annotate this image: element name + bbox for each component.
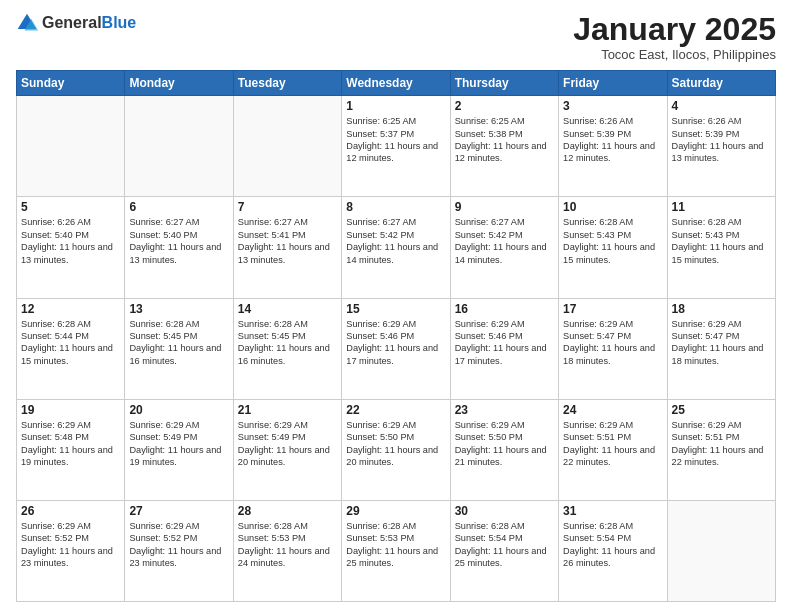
header: GeneralBlue January 2025 Tococ East, Ilo… — [16, 12, 776, 62]
calendar-cell: 9Sunrise: 6:27 AM Sunset: 5:42 PM Daylig… — [450, 197, 558, 298]
cell-content: Sunrise: 6:28 AM Sunset: 5:53 PM Dayligh… — [238, 520, 337, 570]
day-number: 30 — [455, 504, 554, 518]
logo: GeneralBlue — [16, 12, 136, 34]
calendar-cell: 25Sunrise: 6:29 AM Sunset: 5:51 PM Dayli… — [667, 399, 775, 500]
logo-icon — [16, 12, 38, 34]
calendar-cell: 10Sunrise: 6:28 AM Sunset: 5:43 PM Dayli… — [559, 197, 667, 298]
calendar-cell: 23Sunrise: 6:29 AM Sunset: 5:50 PM Dayli… — [450, 399, 558, 500]
calendar-cell: 30Sunrise: 6:28 AM Sunset: 5:54 PM Dayli… — [450, 500, 558, 601]
cell-content: Sunrise: 6:29 AM Sunset: 5:46 PM Dayligh… — [455, 318, 554, 368]
calendar-cell: 19Sunrise: 6:29 AM Sunset: 5:48 PM Dayli… — [17, 399, 125, 500]
calendar-cell: 31Sunrise: 6:28 AM Sunset: 5:54 PM Dayli… — [559, 500, 667, 601]
calendar-table: SundayMondayTuesdayWednesdayThursdayFrid… — [16, 70, 776, 602]
title-block: January 2025 Tococ East, Ilocos, Philipp… — [573, 12, 776, 62]
cell-content: Sunrise: 6:29 AM Sunset: 5:51 PM Dayligh… — [672, 419, 771, 469]
day-number: 3 — [563, 99, 662, 113]
day-header-saturday: Saturday — [667, 71, 775, 96]
week-row-5: 26Sunrise: 6:29 AM Sunset: 5:52 PM Dayli… — [17, 500, 776, 601]
day-number: 22 — [346, 403, 445, 417]
logo-general: General — [42, 14, 102, 31]
calendar-cell: 5Sunrise: 6:26 AM Sunset: 5:40 PM Daylig… — [17, 197, 125, 298]
cell-content: Sunrise: 6:28 AM Sunset: 5:44 PM Dayligh… — [21, 318, 120, 368]
calendar-cell: 12Sunrise: 6:28 AM Sunset: 5:44 PM Dayli… — [17, 298, 125, 399]
cell-content: Sunrise: 6:27 AM Sunset: 5:40 PM Dayligh… — [129, 216, 228, 266]
cell-content: Sunrise: 6:29 AM Sunset: 5:52 PM Dayligh… — [21, 520, 120, 570]
calendar-cell: 29Sunrise: 6:28 AM Sunset: 5:53 PM Dayli… — [342, 500, 450, 601]
calendar-cell: 20Sunrise: 6:29 AM Sunset: 5:49 PM Dayli… — [125, 399, 233, 500]
day-number: 27 — [129, 504, 228, 518]
calendar-cell: 17Sunrise: 6:29 AM Sunset: 5:47 PM Dayli… — [559, 298, 667, 399]
cell-content: Sunrise: 6:28 AM Sunset: 5:45 PM Dayligh… — [129, 318, 228, 368]
month-title: January 2025 — [573, 12, 776, 47]
cell-content: Sunrise: 6:29 AM Sunset: 5:50 PM Dayligh… — [346, 419, 445, 469]
cell-content: Sunrise: 6:28 AM Sunset: 5:43 PM Dayligh… — [563, 216, 662, 266]
day-number: 7 — [238, 200, 337, 214]
cell-content: Sunrise: 6:29 AM Sunset: 5:47 PM Dayligh… — [563, 318, 662, 368]
week-row-4: 19Sunrise: 6:29 AM Sunset: 5:48 PM Dayli… — [17, 399, 776, 500]
cell-content: Sunrise: 6:29 AM Sunset: 5:49 PM Dayligh… — [238, 419, 337, 469]
calendar-cell: 1Sunrise: 6:25 AM Sunset: 5:37 PM Daylig… — [342, 96, 450, 197]
day-number: 17 — [563, 302, 662, 316]
calendar-cell: 18Sunrise: 6:29 AM Sunset: 5:47 PM Dayli… — [667, 298, 775, 399]
cell-content: Sunrise: 6:25 AM Sunset: 5:37 PM Dayligh… — [346, 115, 445, 165]
day-number: 31 — [563, 504, 662, 518]
day-number: 11 — [672, 200, 771, 214]
calendar-cell: 27Sunrise: 6:29 AM Sunset: 5:52 PM Dayli… — [125, 500, 233, 601]
cell-content: Sunrise: 6:29 AM Sunset: 5:46 PM Dayligh… — [346, 318, 445, 368]
week-row-2: 5Sunrise: 6:26 AM Sunset: 5:40 PM Daylig… — [17, 197, 776, 298]
calendar-cell: 13Sunrise: 6:28 AM Sunset: 5:45 PM Dayli… — [125, 298, 233, 399]
calendar-cell: 7Sunrise: 6:27 AM Sunset: 5:41 PM Daylig… — [233, 197, 341, 298]
calendar-cell — [233, 96, 341, 197]
cell-content: Sunrise: 6:29 AM Sunset: 5:52 PM Dayligh… — [129, 520, 228, 570]
calendar-cell: 8Sunrise: 6:27 AM Sunset: 5:42 PM Daylig… — [342, 197, 450, 298]
cell-content: Sunrise: 6:27 AM Sunset: 5:41 PM Dayligh… — [238, 216, 337, 266]
day-number: 6 — [129, 200, 228, 214]
calendar-cell: 11Sunrise: 6:28 AM Sunset: 5:43 PM Dayli… — [667, 197, 775, 298]
day-number: 12 — [21, 302, 120, 316]
cell-content: Sunrise: 6:28 AM Sunset: 5:53 PM Dayligh… — [346, 520, 445, 570]
day-number: 1 — [346, 99, 445, 113]
day-header-friday: Friday — [559, 71, 667, 96]
day-number: 14 — [238, 302, 337, 316]
cell-content: Sunrise: 6:29 AM Sunset: 5:49 PM Dayligh… — [129, 419, 228, 469]
day-number: 21 — [238, 403, 337, 417]
day-number: 8 — [346, 200, 445, 214]
day-number: 13 — [129, 302, 228, 316]
cell-content: Sunrise: 6:26 AM Sunset: 5:39 PM Dayligh… — [563, 115, 662, 165]
day-header-sunday: Sunday — [17, 71, 125, 96]
day-number: 2 — [455, 99, 554, 113]
location: Tococ East, Ilocos, Philippines — [573, 47, 776, 62]
cell-content: Sunrise: 6:28 AM Sunset: 5:43 PM Dayligh… — [672, 216, 771, 266]
day-number: 18 — [672, 302, 771, 316]
calendar-cell: 15Sunrise: 6:29 AM Sunset: 5:46 PM Dayli… — [342, 298, 450, 399]
day-number: 10 — [563, 200, 662, 214]
day-header-tuesday: Tuesday — [233, 71, 341, 96]
calendar-cell: 14Sunrise: 6:28 AM Sunset: 5:45 PM Dayli… — [233, 298, 341, 399]
calendar-cell — [125, 96, 233, 197]
week-row-1: 1Sunrise: 6:25 AM Sunset: 5:37 PM Daylig… — [17, 96, 776, 197]
day-number: 19 — [21, 403, 120, 417]
calendar-cell: 3Sunrise: 6:26 AM Sunset: 5:39 PM Daylig… — [559, 96, 667, 197]
calendar-cell — [17, 96, 125, 197]
calendar-cell: 16Sunrise: 6:29 AM Sunset: 5:46 PM Dayli… — [450, 298, 558, 399]
day-number: 29 — [346, 504, 445, 518]
cell-content: Sunrise: 6:29 AM Sunset: 5:48 PM Dayligh… — [21, 419, 120, 469]
day-header-monday: Monday — [125, 71, 233, 96]
cell-content: Sunrise: 6:25 AM Sunset: 5:38 PM Dayligh… — [455, 115, 554, 165]
calendar-cell: 2Sunrise: 6:25 AM Sunset: 5:38 PM Daylig… — [450, 96, 558, 197]
logo-text: GeneralBlue — [42, 14, 136, 32]
page: GeneralBlue January 2025 Tococ East, Ilo… — [0, 0, 792, 612]
cell-content: Sunrise: 6:26 AM Sunset: 5:40 PM Dayligh… — [21, 216, 120, 266]
cell-content: Sunrise: 6:28 AM Sunset: 5:54 PM Dayligh… — [455, 520, 554, 570]
day-number: 28 — [238, 504, 337, 518]
day-number: 15 — [346, 302, 445, 316]
cell-content: Sunrise: 6:27 AM Sunset: 5:42 PM Dayligh… — [346, 216, 445, 266]
calendar-cell: 26Sunrise: 6:29 AM Sunset: 5:52 PM Dayli… — [17, 500, 125, 601]
day-number: 5 — [21, 200, 120, 214]
day-number: 25 — [672, 403, 771, 417]
day-number: 24 — [563, 403, 662, 417]
calendar-cell — [667, 500, 775, 601]
cell-content: Sunrise: 6:27 AM Sunset: 5:42 PM Dayligh… — [455, 216, 554, 266]
week-row-3: 12Sunrise: 6:28 AM Sunset: 5:44 PM Dayli… — [17, 298, 776, 399]
day-number: 26 — [21, 504, 120, 518]
